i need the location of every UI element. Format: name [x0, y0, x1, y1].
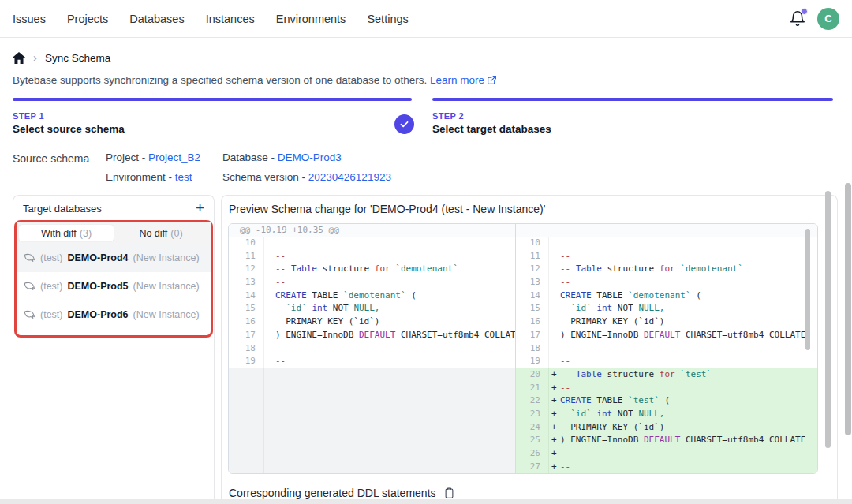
database-list-item[interactable]: (test)DEMO-Prod4(New Instance): [17, 244, 211, 272]
diff-hunk-row: [516, 224, 817, 237]
diff-line: 24+ PRIMARY KEY (`id`): [516, 421, 817, 435]
diff-pane-target: 1011--12-- Table structure for `demotena…: [516, 224, 817, 473]
diff-line-prefix: [549, 276, 560, 289]
diff-line-number: 15: [516, 302, 549, 315]
step-2[interactable]: STEP 2 Select target databases: [432, 98, 833, 135]
preview-title: Preview Schema change for 'DEMO-Prod4 (t…: [228, 203, 818, 215]
diff-line-prefix: [549, 237, 560, 250]
diff-line: 15 `id` int NOT NULL,: [516, 302, 817, 315]
tab-no-diff[interactable]: No diff(0): [114, 225, 208, 241]
content-scrollbar[interactable]: [825, 191, 831, 448]
annotation-highlight-box: With diff(3)No diff(0) (test)DEMO-Prod4(…: [14, 220, 213, 338]
diff-line: 10: [229, 237, 515, 250]
diff-hunk-header: @@ -10,19 +10,35 @@: [229, 224, 339, 237]
diff-line-number: 22: [516, 394, 549, 408]
diff-line-code: -- Table structure for `demotenant`: [549, 263, 817, 276]
diff-line-prefix: [549, 329, 560, 342]
source-field-schema-version: Schema version - 20230426121923: [222, 171, 391, 183]
diff-line-code: --: [264, 250, 515, 263]
tab-label: No diff: [139, 228, 167, 239]
horizontal-scrollbar-track[interactable]: [0, 499, 852, 504]
diff-line-code: `id` int NOT NULL,: [264, 302, 515, 315]
diff-line-code: +CREATE TABLE `test` (: [549, 394, 817, 408]
step-2-title: Select target databases: [432, 123, 833, 135]
source-schema-grid: Project - Project_B2Database - DEMO-Prod…: [106, 151, 391, 183]
nav-item-projects[interactable]: Projects: [67, 13, 108, 25]
target-databases-title: Target databases: [23, 203, 102, 215]
diff-line-prefix: [549, 315, 560, 329]
field-value-link[interactable]: test: [175, 171, 192, 183]
mysql-icon: [24, 310, 36, 320]
external-link-icon: [487, 75, 497, 85]
diff-pane-source: @@ -10,19 +10,35 @@1011--12-- Table stru…: [229, 224, 516, 473]
diff-line-code: --: [549, 355, 817, 368]
diff-line-number: 19: [229, 355, 264, 368]
source-schema-label: Source schema: [13, 151, 106, 183]
database-list-item[interactable]: (test)DEMO-Prod5(New Instance): [17, 272, 211, 301]
diff-line-prefix: [264, 342, 275, 356]
nav-item-instances[interactable]: Instances: [206, 13, 255, 25]
add-target-database-button[interactable]: +: [196, 202, 204, 215]
diff-line: 14CREATE TABLE `demotenant` (: [516, 289, 817, 303]
diff-line-number: 18: [229, 342, 264, 356]
diff-line-code: CREATE TABLE `demotenant` (: [264, 289, 515, 303]
home-icon[interactable]: [13, 52, 25, 64]
diff-line-number: 10: [229, 237, 264, 250]
database-name: DEMO-Prod5: [67, 281, 128, 292]
diff-line-prefix: [549, 302, 560, 315]
diff-line-prefix: [549, 263, 560, 276]
diff-line-prefix: [264, 289, 275, 303]
mysql-icon: [24, 253, 36, 263]
diff-line-number: 11: [516, 250, 549, 263]
nav-item-issues[interactable]: Issues: [13, 13, 46, 25]
copy-icon[interactable]: [443, 487, 455, 499]
target-database-list: (test)DEMO-Prod4(New Instance) (test)DEM…: [17, 244, 211, 329]
nav-item-environments[interactable]: Environments: [276, 13, 346, 25]
step-indicator: STEP 1 Select source schema STEP 2 Selec…: [13, 98, 852, 135]
nav-item-databases[interactable]: Databases: [129, 13, 184, 25]
diff-line: 20+-- Table structure for `test`: [516, 368, 817, 382]
diff-line-prefix: [549, 289, 560, 303]
diff-line-prefix: [264, 355, 275, 368]
diff-line-number: 13: [516, 276, 549, 289]
diff-line-code: [264, 342, 515, 356]
diff-collapsed-region: [229, 368, 515, 473]
diff-line-prefix: [264, 263, 275, 276]
target-databases-panel: Target databases + With diff(3)No diff(0…: [13, 195, 215, 504]
diff-line: 26+: [516, 447, 817, 461]
diff-line: 14CREATE TABLE `demotenant` (: [229, 289, 515, 303]
learn-more-link[interactable]: Learn more: [430, 74, 484, 86]
diff-pane-scrollbar[interactable]: [805, 229, 810, 350]
avatar[interactable]: C: [817, 8, 839, 30]
field-value-link[interactable]: DEMO-Prod3: [278, 151, 342, 163]
top-navigation: IssuesProjectsDatabasesInstancesEnvironm…: [0, 0, 852, 38]
database-list-item[interactable]: (test)DEMO-Prod6(New Instance): [17, 301, 211, 329]
diff-line-code: --: [549, 250, 817, 263]
diff-line-number: 24: [516, 421, 549, 435]
diff-line: 18: [516, 342, 817, 356]
diff-line-number: 23: [516, 408, 549, 421]
step-1-bar: [13, 98, 412, 101]
diff-line: 27+--: [516, 461, 817, 474]
field-value-link[interactable]: 20230426121923: [308, 171, 391, 183]
diff-line-prefix: +: [549, 447, 560, 461]
diff-line-code: +) ENGINE=InnoDB DEFAULT CHARSET=utf8mb4…: [549, 434, 817, 447]
nav-item-settings[interactable]: Settings: [367, 13, 408, 25]
diff-line-code: ) ENGINE=InnoDB DEFAULT CHARSET=utf8mb4 …: [264, 329, 515, 342]
diff-line-code: CREATE TABLE `demotenant` (: [549, 289, 817, 303]
tab-count: (0): [170, 228, 182, 239]
diff-line: 25+) ENGINE=InnoDB DEFAULT CHARSET=utf8m…: [516, 434, 817, 447]
diff-line: 19--: [229, 355, 515, 368]
diff-line-prefix: +: [549, 382, 560, 395]
diff-line-number: 14: [229, 289, 264, 303]
source-field-project: Project - Project_B2: [106, 151, 222, 163]
field-value-link[interactable]: Project_B2: [148, 151, 200, 163]
diff-line-prefix: [264, 302, 275, 315]
step-1-title: Select source schema: [13, 123, 412, 135]
window-scrollbar[interactable]: [845, 183, 851, 435]
step-1[interactable]: STEP 1 Select source schema: [13, 98, 412, 135]
diff-line-number: 25: [516, 434, 549, 447]
tab-with-diff[interactable]: With diff(3): [19, 225, 114, 241]
notification-bell-button[interactable]: [789, 10, 806, 28]
step-2-bar: [432, 98, 833, 101]
